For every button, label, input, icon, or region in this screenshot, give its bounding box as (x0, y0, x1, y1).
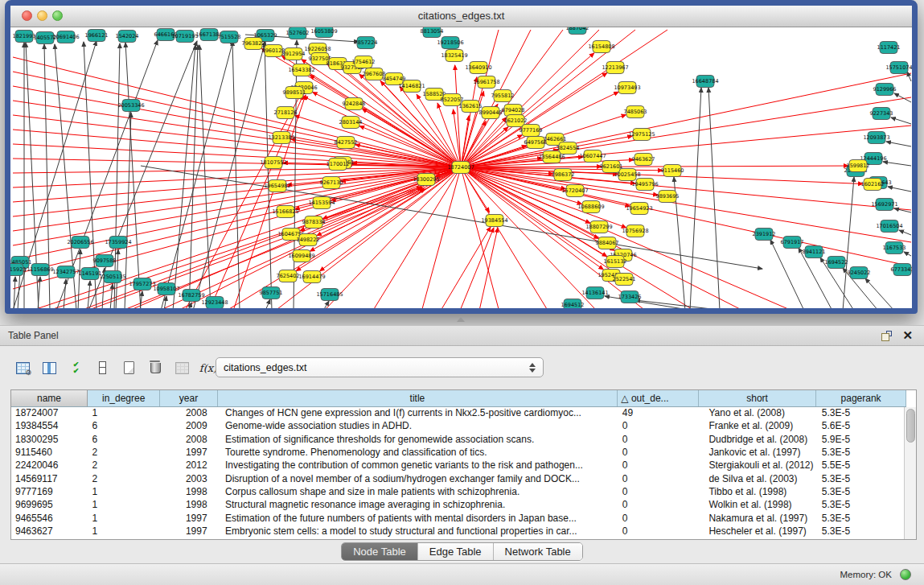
network-canvas[interactable]: 1821993140557220691406196612115420246466… (10, 27, 912, 309)
minimize-window-button[interactable] (37, 10, 47, 21)
graph-node[interactable]: 17016504 (876, 220, 902, 233)
tab-edge-table[interactable]: Edge Table (418, 543, 494, 560)
graph-node[interactable]: 1542024 (116, 31, 139, 43)
graph-node[interactable]: 7857224 (355, 37, 378, 49)
table-row[interactable]: 2242004622012Investigating the contribut… (11, 459, 906, 472)
graph-node[interactable]: 16154808 (588, 41, 614, 53)
table-row[interactable]: 1872400712008Changes of HCN gene express… (11, 406, 906, 419)
graph-node[interactable]: 13640910 (465, 62, 491, 74)
graph-node[interactable]: 16914479 (298, 271, 325, 283)
table-row[interactable]: 946362711997Embryonic stem cells: a mode… (11, 525, 906, 538)
vertical-scrollbar[interactable] (904, 407, 916, 539)
close-panel-icon[interactable]: ✕ (902, 328, 913, 343)
graph-node[interactable]: 9245022 (848, 267, 871, 279)
graph-node[interactable]: 12505135 (99, 271, 125, 283)
graph-node[interactable]: 16099489 (288, 250, 314, 262)
graph-node[interactable]: 9267130 (320, 177, 343, 189)
table-row[interactable]: 1938455462009Genome-wide association stu… (11, 419, 906, 432)
graph-node[interactable]: 1694522 (825, 257, 848, 269)
graph-node[interactable]: 1498222 (297, 234, 320, 246)
graph-node[interactable]: 9463627 (632, 154, 655, 166)
graph-node[interactable]: 17359924 (105, 237, 131, 249)
graph-node[interactable]: 9621601 (600, 161, 623, 173)
graph-node[interactable]: 7955812 (491, 90, 515, 102)
graph-node[interactable]: 2803144 (339, 117, 363, 129)
graph-node[interactable]: 1754612 (352, 56, 376, 68)
window-titlebar[interactable]: citations_edges.txt (10, 6, 912, 27)
graph-node[interactable]: 19384554 (481, 215, 507, 227)
graph-node[interactable]: 1117421 (877, 42, 901, 54)
graph-node[interactable]: 12093873 (863, 132, 889, 144)
column-header-short[interactable]: short (698, 390, 815, 406)
graph-node[interactable]: 6791917 (781, 237, 804, 249)
import-table-icon[interactable] (172, 358, 191, 377)
graph-node[interactable]: 1694512 (561, 299, 585, 310)
graph-node[interactable]: 16053809 (310, 27, 337, 38)
graph-node[interactable]: 12975125 (628, 129, 655, 141)
graph-node[interactable]: 2718126 (274, 107, 298, 119)
graph-node[interactable]: 17957273 (129, 278, 155, 290)
graph-node[interactable]: 9227343 (870, 108, 893, 120)
table-row[interactable]: 911546021997Tourette syndrome. Phenomeno… (11, 446, 906, 459)
graph-node[interactable]: 2391912 (753, 229, 776, 241)
graph-node[interactable]: 1602162 (861, 179, 885, 191)
graph-node[interactable]: 10607447 (579, 150, 606, 163)
graph-node[interactable]: 9878334 (302, 216, 326, 229)
column-header-pagerank[interactable]: pagerank (816, 390, 906, 406)
graph-node[interactable]: 12923448 (201, 297, 228, 309)
memory-ok-indicator[interactable] (900, 569, 911, 580)
graph-node[interactable]: 2522541 (613, 274, 636, 286)
graph-node[interactable]: 6773341 (891, 264, 912, 276)
graph-node[interactable]: 8990448 (479, 107, 503, 119)
float-panel-icon[interactable] (881, 331, 892, 341)
table-selector-dropdown[interactable]: citations_edges.txt (216, 357, 544, 377)
graph-node[interactable]: 12342757 (52, 266, 79, 278)
graph-node[interactable]: 9893695 (656, 191, 680, 203)
graph-node[interactable]: 1599812 (847, 160, 870, 172)
graph-node[interactable]: 14136141 (581, 287, 608, 299)
graph-node[interactable]: 1615132 (604, 256, 627, 268)
graph-node[interactable]: 15751074 (885, 62, 912, 74)
graph-node[interactable]: 15720407 (561, 185, 588, 197)
table-settings-icon[interactable]: ⚙ (13, 358, 32, 377)
column-header-out_degree[interactable]: △ out_de... (618, 390, 699, 406)
graph-node[interactable]: 8427552 (335, 137, 358, 149)
graph-node[interactable]: 18325419 (441, 50, 467, 62)
graph-node[interactable]: 16961758 (473, 76, 499, 89)
graph-node[interactable]: 1170012 (326, 159, 350, 171)
graph-node[interactable]: 1887042 (566, 27, 589, 35)
graph-node[interactable]: 19218506 (437, 37, 463, 49)
tab-network-table[interactable]: Network Table (494, 543, 582, 560)
graph-node[interactable]: 9115460 (661, 165, 684, 177)
graph-node[interactable]: 16648784 (692, 76, 718, 88)
graph-node[interactable]: 15716485 (316, 289, 343, 301)
graph-node[interactable]: 7485063 (624, 106, 647, 118)
graph-node[interactable]: 7515528 (218, 31, 241, 43)
graph-node[interactable]: 9857751 (260, 287, 283, 299)
graph-node[interactable]: 19495796 (631, 179, 658, 191)
graph-node[interactable]: 1527602 (286, 27, 310, 39)
table-row[interactable]: 1456911722003Disruption of a novel membe… (11, 472, 906, 484)
graph-node[interactable]: 12213967 (602, 62, 628, 74)
graph-node[interactable]: 9884067 (596, 237, 619, 249)
column-header-in_degree[interactable]: in_degree (87, 390, 159, 406)
zoom-window-button[interactable] (52, 10, 63, 21)
graph-node[interactable]: 9898511 (283, 87, 306, 99)
graph-node[interactable]: 8912954 (282, 48, 306, 60)
graph-node[interactable]: 7986372 (552, 169, 575, 181)
graph-node[interactable]: 1821993 (13, 31, 36, 43)
column-header-title[interactable]: title (217, 390, 618, 406)
citation-network-graph[interactable]: 1821993140557220691406196612115420246466… (10, 27, 912, 309)
graph-node[interactable]: 1966121 (85, 30, 109, 42)
select-rows-icon[interactable]: ✔✔ (66, 358, 85, 377)
graph-node[interactable]: 8941121 (803, 246, 826, 258)
tab-node-table[interactable]: Node Table (342, 543, 418, 560)
column-header-year[interactable]: year (160, 390, 217, 406)
graph-node[interactable]: 8813054 (421, 27, 444, 38)
graph-node[interactable]: 9242848 (343, 98, 366, 110)
graph-node[interactable]: 1167533 (883, 242, 906, 254)
panel-splitter-handle[interactable] (457, 317, 465, 322)
column-header-name[interactable]: name (11, 390, 87, 406)
table-row[interactable]: 946554611997Estimation of the future num… (11, 511, 906, 524)
close-window-button[interactable] (22, 10, 32, 21)
